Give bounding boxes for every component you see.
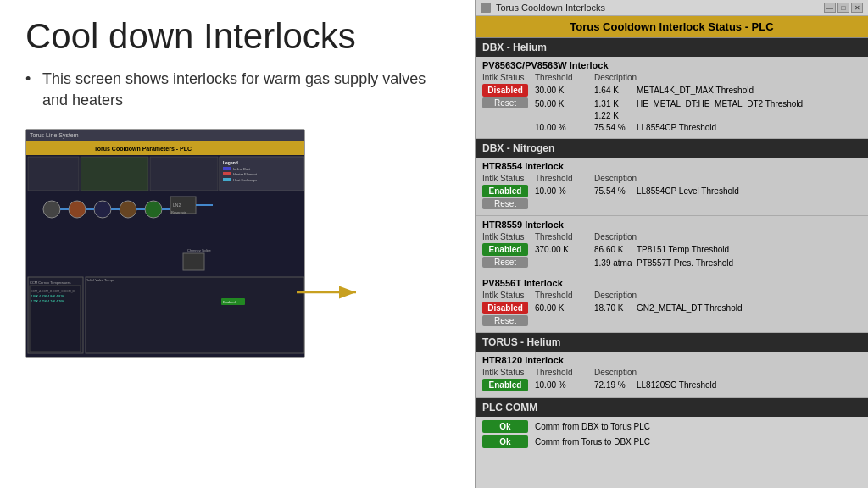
interlock-htr8554-title: HTR8554 Interlock [482,161,861,171]
minimize-button[interactable]: — [824,3,836,13]
svg-rect-8 [223,167,231,170]
col-headers-htr8559: Intlk Status Threshold Description [482,232,861,241]
section-plc-comm: PLC COMM [476,398,868,417]
mini-screenshot: Torus Line System Torus Cooldown Paramet… [25,129,305,358]
comm-desc-1: Comm from DBX to Torus PLC [535,422,650,431]
svg-text:Chimney Splice: Chimney Splice [187,248,212,252]
plc-tab-label: Torus Cooldown Interlocks [496,3,819,13]
interlock-htr8559: HTR8559 Interlock Intlk Status Threshold… [476,216,868,274]
interlock-htr8120-title: HTR8120 Interlock [482,355,861,365]
close-button[interactable]: ✕ [851,3,863,13]
mini-body: Torus Cooldown Parameters - PLC Legend I… [26,141,304,357]
plc-content[interactable]: DBX - Helium PV8563C/PV8563W Interlock I… [476,38,868,488]
table-row: Disabled 60.00 K 18.70 K GN2_METAL_DT Th… [482,302,861,314]
plc-comm-section: Ok Comm from DBX to Torus PLC Ok Comm fr… [476,417,868,458]
comm-status-2: Ok [482,435,528,448]
plc-icon [481,3,491,13]
svg-rect-2 [28,157,79,191]
svg-text:Heat Exchanger: Heat Exchanger [233,178,258,182]
plc-titlebar: Torus Cooldown Interlocks — □ ✕ [476,0,868,16]
svg-text:4.84K   4.82K   4.84K   4.81K: 4.84K 4.82K 4.84K 4.81K [31,295,64,298]
slide-title: Cool down Interlocks [25,17,449,56]
table-row: Reset 50.00 K 1.31 K HE_METAL_DT:HE_META… [482,97,861,108]
mini-titlebar: Torus Line System [26,130,304,141]
svg-text:CCM Cernox Temperatures: CCM Cernox Temperatures [30,280,71,285]
table-row: 1.22 K [482,109,861,120]
comm-row: Ok Comm from Torus to DBX PLC [482,435,861,448]
status-badge: Enabled [482,243,528,256]
svg-text:In-line Duct: In-line Duct [233,167,251,171]
slide-bullet: This screen shows interlocks for warm ga… [25,69,449,111]
svg-rect-36 [183,253,204,270]
section-dbx-helium: DBX - Helium [476,38,868,57]
status-badge: Disabled [482,84,528,97]
status-badge: Disabled [482,302,528,314]
comm-status-1: Ok [482,420,528,433]
table-row: Enabled 370.00 K 86.60 K TP8151 Temp Thr… [482,243,861,256]
svg-text:Legend: Legend [223,160,238,165]
slide-panel: Cool down Interlocks This screen shows i… [0,0,475,488]
interlock-pv8563-title: PV8563C/PV8563W Interlock [482,60,861,70]
table-row: Enabled 10.00 % 72.19 % LL8120SC Thresho… [482,379,861,391]
table-row: Disabled 30.00 K 1.64 K METAL4K_DT_MAX T… [482,84,861,97]
status-badge[interactable]: Reset [482,315,528,326]
section-dbx-nitrogen: DBX - Nitrogen [476,139,868,158]
plc-controls[interactable]: — □ ✕ [824,3,863,13]
status-badge: Enabled [482,185,528,197]
status-badge: Enabled [482,379,528,391]
svg-point-16 [94,201,111,218]
status-badge[interactable]: Reset [482,257,528,268]
col-headers-htr8120: Intlk Status Threshold Description [482,368,861,377]
interlock-pv8556t: PV8556T Interlock Intlk Status Threshold… [476,274,868,333]
table-row: Enabled 10.00 % 75.54 % LL8554CP Level T… [482,185,861,197]
interlock-htr8559-title: HTR8559 Interlock [482,219,861,230]
col-headers-pv8556t: Intlk Status Threshold Description [482,291,861,300]
comm-desc-2: Comm from Torus to DBX PLC [535,437,650,446]
svg-text:LN2: LN2 [173,202,181,208]
table-row: 10.00 % 75.54 % LL8554CP Threshold [482,121,861,132]
interlock-htr8554: HTR8554 Interlock Intlk Status Threshold… [476,158,868,216]
svg-rect-3 [81,157,148,191]
svg-text:Heater Element: Heater Element [233,172,258,176]
svg-rect-4 [150,157,218,191]
maximize-button[interactable]: □ [837,3,849,13]
svg-point-18 [145,201,162,218]
svg-point-17 [120,201,136,218]
status-badge[interactable]: Reset [482,198,528,209]
interlock-pv8563: PV8563C/PV8563W Interlock Intlk Status T… [476,57,868,139]
svg-point-14 [43,201,60,218]
svg-text:Torus Cooldown Parameters - PL: Torus Cooldown Parameters - PLC [94,146,192,152]
plc-panel: Torus Cooldown Interlocks — □ ✕ Torus Co… [475,0,868,488]
svg-point-15 [69,201,86,218]
arrow-indicator [297,280,364,305]
status-badge[interactable]: Reset [482,97,528,108]
table-row: Reset 1.39 atma PT8557T Pres. Threshold [482,257,861,268]
svg-text:Relief Valve Temps: Relief Valve Temps [86,278,114,282]
col-headers-htr8554: Intlk Status Threshold Description [482,174,861,183]
plc-main-title: Torus Cooldown Interlock Status - PLC [476,16,868,38]
svg-text:4.75K   4.75K   4.74K   4.76K: 4.75K 4.75K 4.74K 4.76K [31,300,64,303]
svg-rect-34 [86,277,304,353]
section-torus-helium: TORUS - Helium [476,333,868,352]
svg-rect-10 [223,172,231,175]
col-headers-pv8563: Intlk Status Threshold Description [482,73,861,82]
svg-text:CCM_A    CCM_B    CCM_C    CCM: CCM_A CCM_B CCM_C CCM_D [31,290,75,293]
table-row: Reset [482,198,861,209]
interlock-pv8556t-title: PV8556T Interlock [482,278,861,288]
svg-text:Enabled: Enabled [223,300,236,304]
svg-text:Reservoir: Reservoir [171,210,186,214]
comm-row: Ok Comm from DBX to Torus PLC [482,420,861,433]
interlock-htr8120: HTR8120 Interlock Intlk Status Threshold… [476,352,868,398]
svg-rect-12 [223,178,231,181]
table-row: Reset [482,315,861,326]
